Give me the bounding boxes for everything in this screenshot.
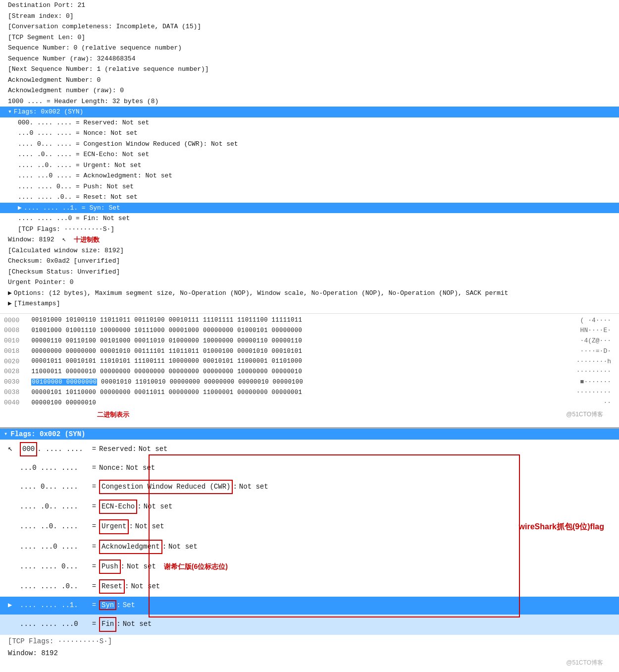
reserved-name: Reserved: (99, 443, 137, 455)
hex-row-0038: 0038 00000101 10110000 00000000 00011011… (4, 388, 615, 398)
hex-row-0020: 0020 00001011 00010101 11010101 11100111… (4, 357, 615, 367)
syn-row[interactable]: ▶ .... .... ..1. = Syn: Set (0, 203, 619, 214)
watermark-bottom: @51CTO博客 (566, 659, 611, 666)
reset-bits-bottom: .... .... .0.. (20, 580, 89, 593)
window-row: Window: 8192 ↖ (0, 234, 70, 245)
urgent-name: Urgent: (99, 519, 133, 534)
bottom-flags-header-text: Flags: 0x002 (SYN) (10, 430, 85, 438)
hex-bytes: 11000011 00000010 00000000 00000000 0000… (24, 367, 556, 377)
stream-index-row: [Stream index: 0] (0, 11, 619, 22)
dest-port-row: Destination Port: 21 (0, 0, 619, 11)
push-bits-bottom: .... .... 0... (20, 560, 89, 573)
ack-num-row: Acknowledgment Number: 0 (0, 75, 619, 86)
hex-ascii: ( ·4···· (556, 316, 615, 326)
cursor-icon: ↖ (62, 236, 66, 243)
urgent-bits: .... ..0. .... (20, 520, 89, 533)
hex-offset: 0038 (4, 388, 24, 398)
syn-eq-bottom: = (89, 599, 99, 612)
collapse-arrow[interactable]: ▾ (8, 107, 12, 117)
seq-raw-row: Sequence Number (raw): 3244868354 (0, 54, 619, 64)
timestamps-row[interactable]: ▶ [Timestamps] (0, 298, 619, 309)
tcp-flags-bottom-text: [TCP Flags: ··········S·] (8, 637, 112, 645)
cwr-name: Congestion Window Reduced (CWR): (99, 480, 237, 494)
bottom-cursor: ↖ (8, 442, 18, 456)
hex-offset: 0030 (4, 377, 24, 388)
hex-ascii: ·· (556, 398, 615, 408)
syn-expand-arrow[interactable]: ▶ (18, 203, 22, 213)
hex-ascii: HN····E· (556, 326, 615, 336)
bottom-reserved-row: ↖ 000. .... .... = Reserved: Not set (0, 440, 619, 459)
conversation-row: [Conversation completeness: Incomplete, … (0, 21, 619, 32)
hex-offset: 0000 (4, 316, 24, 326)
fin-bits-bottom: .... .... ...0 (20, 618, 89, 630)
fin-row: .... .... ...0 = Fin: Not set (0, 213, 619, 224)
flags-header-row[interactable]: ▾ Flags: 0x002 (SYN) (0, 107, 619, 117)
window-text: Window: 8192 (8, 236, 54, 243)
binary-annotation: 二进制表示 (97, 410, 129, 419)
syn-row-text: .... .... ..1. = Syn: Set (24, 203, 120, 213)
timestamps-expand-arrow[interactable]: ▶ (8, 299, 12, 309)
bottom-window-row: Window: 8192 (0, 648, 619, 659)
ack-value-bottom: Not set (168, 541, 198, 553)
hex-row-0008: 0008 01001000 01001110 10000000 10111000… (4, 326, 615, 336)
cwr-row: .... 0... .... = Congestion Window Reduc… (0, 139, 619, 150)
ack-raw-row: Acknowledgment number (raw): 0 (0, 85, 619, 96)
hex-row-0018: 0018 00000000 00000000 00001010 00111101… (4, 346, 615, 357)
hex-bytes: 00101000 10100110 11011011 00110100 0001… (24, 316, 556, 325)
bottom-flags-header[interactable]: ▾ Flags: 0x002 (SYN) (0, 429, 619, 440)
hex-bytes: 00000101 10110000 00000000 00011011 0000… (24, 388, 556, 397)
hex-ascii: ·4(Z@··· (556, 336, 615, 346)
options-row[interactable]: ▶ Options: (12 bytes), Maximum segment s… (0, 288, 619, 299)
hex-row-0028: 0028 11000011 00000010 00000000 00000000… (4, 367, 615, 377)
bottom-arrow-icon: ▾ (4, 430, 7, 438)
urgent-value: Not set (135, 520, 164, 533)
bottom-cwr-row: .... 0... .... = Congestion Window Reduc… (0, 477, 619, 497)
window-bottom-text: Window: 8192 (8, 649, 58, 657)
flags-header-text: Flags: 0x002 (SYN) (14, 107, 83, 117)
bottom-tcp-flags-row: [TCP Flags: ··········S·] (0, 635, 619, 648)
bottom-fin-row: .... .... ...0 = Fin: Not set (0, 615, 619, 634)
seq-num-row: Sequence Number: 0 (relative sequence nu… (0, 43, 619, 54)
hex-ascii: ····=·D· (556, 346, 615, 357)
urgent-row: .... ..0. .... = Urgent: Not set (0, 160, 619, 171)
nonce-row: ...0 .... .... = Nonce: Not set (0, 128, 619, 139)
nonce-bits: ...0 .... .... (20, 462, 89, 474)
checksum-status-row: [Checksum Status: Unverified] (0, 267, 619, 278)
ack-flag-row: .... ...0 .... = Acknowledgment: Not set (0, 170, 619, 181)
ack-name-bottom: Acknowledgment: (99, 540, 166, 554)
xie-annotation: 谢希仁版(6位标志位) (164, 560, 228, 573)
hex-row-0040: 0040 00000100 00000010 ·· (4, 398, 615, 408)
urgent-eq: = (89, 520, 99, 533)
bottom-ecn-row: .... .0.. .... = ECN-Echo: Not set (0, 497, 619, 517)
bottom-syn-row[interactable]: ▶ .... .... ..1. = Syn: Set (0, 597, 619, 615)
reset-eq-bottom: = (89, 580, 99, 593)
bottom-panel: ▾ Flags: 0x002 (SYN) ↖ 000. .... .... = … (0, 427, 619, 671)
hex-offset: 0028 (4, 367, 24, 377)
options-expand-arrow[interactable]: ▶ (8, 288, 12, 298)
checksum-row: Checksum: 0x0ad2 [unverified] (0, 256, 619, 267)
syn-value-bottom: Set (123, 599, 135, 612)
syn-expand-bottom[interactable]: ▶ (8, 599, 18, 612)
ecn-value: Not set (144, 501, 173, 513)
wireshark-annotation: wireShark抓包(9位)flag (519, 520, 604, 534)
cwr-eq: = (89, 481, 99, 493)
push-eq-bottom: = (89, 560, 99, 573)
hex-bytes: 00000000 00000000 00001010 00111101 1101… (24, 347, 556, 356)
nonce-value: Not set (126, 462, 155, 474)
ecn-row: .... .0.. .... = ECN-Echo: Not set (0, 149, 619, 160)
ecn-eq: = (89, 501, 99, 513)
hex-offset: 0008 (4, 326, 24, 336)
ack-bits-bottom: .... ...0 .... (20, 541, 89, 553)
bottom-push-row: .... .... 0... = Push: Not set 谢希仁版(6位标志… (0, 557, 619, 577)
ecn-name: ECN-Echo: (99, 500, 142, 514)
push-name-bottom: Push: (99, 560, 125, 574)
ecn-bits-bottom: .... .0.. .... (20, 501, 89, 513)
tcp-flags-row-top: [TCP Flags: ··········S·] (0, 224, 619, 235)
fin-name-bottom: Fin: (99, 617, 121, 631)
hex-row-0010: 0010 00000110 00110100 00101000 00011010… (4, 336, 615, 346)
hex-row-0030: 0030 00100000 00000000 00001010 11010010… (4, 377, 615, 388)
bottom-nonce-row: ...0 .... .... = Nonce: Not set (0, 459, 619, 477)
reserved-eq: = (89, 443, 99, 455)
watermark-top: @51CTO博客 (566, 410, 611, 419)
reset-name-bottom: Reset: (99, 579, 129, 594)
